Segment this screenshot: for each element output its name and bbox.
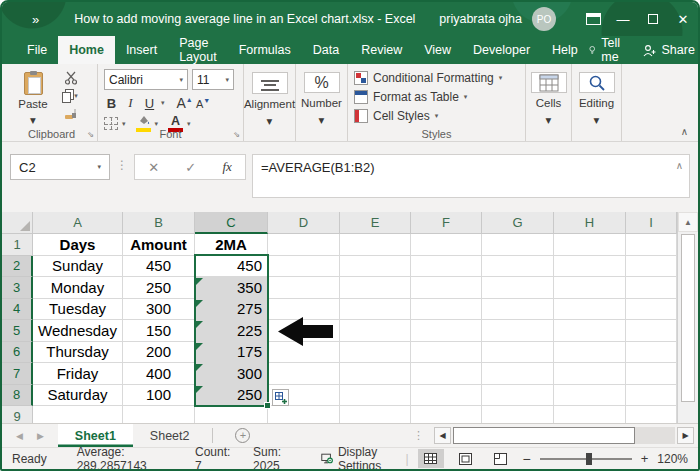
cell-C2[interactable]: 450 [195, 256, 268, 278]
quick-access-toolbar-icon[interactable]: » [32, 12, 40, 27]
cell-F3[interactable] [411, 277, 482, 299]
cell-C1[interactable]: 2MA [195, 234, 268, 256]
cell-H5[interactable] [554, 320, 626, 342]
cell-H8[interactable] [554, 385, 626, 407]
tab-help[interactable]: Help [541, 36, 589, 64]
cell-D1[interactable] [268, 234, 340, 256]
column-header-C[interactable]: C [195, 212, 268, 234]
row-header-4[interactable]: 4 [2, 299, 33, 321]
column-header-D[interactable]: D [268, 212, 340, 234]
cell-E4[interactable] [340, 299, 411, 321]
cell-F7[interactable] [411, 363, 482, 385]
tab-insert[interactable]: Insert [115, 36, 168, 64]
decrease-font-size-button[interactable]: A▼ [196, 97, 211, 110]
cell-C9[interactable] [195, 406, 268, 423]
cell-F5[interactable] [411, 320, 482, 342]
cell-I1[interactable] [626, 234, 677, 256]
cell-E2[interactable] [340, 256, 411, 278]
cell-D7[interactable] [268, 363, 340, 385]
cell-E8[interactable] [340, 385, 411, 407]
cell-H7[interactable] [554, 363, 626, 385]
cell-G5[interactable] [482, 320, 554, 342]
cancel-formula-button[interactable]: ✕ [148, 160, 159, 175]
cell-G8[interactable] [482, 385, 554, 407]
cell-I2[interactable] [626, 256, 677, 278]
user-name[interactable]: priyabrata ojha [439, 12, 522, 26]
cell-A4[interactable]: Tuesday [33, 299, 123, 321]
cell-H1[interactable] [554, 234, 626, 256]
cell-E5[interactable] [340, 320, 411, 342]
cell-A6[interactable]: Thursday [33, 342, 123, 364]
cell-C3[interactable]: 350 [195, 277, 268, 299]
cell-H3[interactable] [554, 277, 626, 299]
cell-A1[interactable]: Days [33, 234, 123, 256]
cell-H9[interactable] [554, 406, 626, 423]
formula-bar-grip[interactable]: ⋮ [116, 158, 128, 212]
cell-F9[interactable] [411, 406, 482, 423]
column-header-A[interactable]: A [33, 212, 123, 234]
insert-function-button[interactable]: fx [222, 159, 231, 175]
zoom-slider[interactable] [540, 458, 632, 460]
cell-F2[interactable] [411, 256, 482, 278]
tab-bar-grip[interactable]: ⋮ [413, 429, 424, 442]
collapse-ribbon-button[interactable]: ∧ [681, 126, 688, 137]
formula-input[interactable]: =AVERAGE(B1:B2) ∧ [252, 154, 690, 198]
cell-I3[interactable] [626, 277, 677, 299]
share-button[interactable]: Share [643, 43, 695, 57]
next-sheet-arrow[interactable]: ▶ [37, 431, 44, 441]
cell-H6[interactable] [554, 342, 626, 364]
cell-C4[interactable]: 275 [195, 299, 268, 321]
cell-A2[interactable]: Sunday [33, 256, 123, 278]
number-group-button[interactable]: % Number ▾ [296, 64, 348, 141]
cell-D2[interactable] [268, 256, 340, 278]
cell-B2[interactable]: 450 [123, 256, 195, 278]
cell-I7[interactable] [626, 363, 677, 385]
clipboard-dialog-launcher[interactable]: ⇘ [87, 130, 94, 139]
cell-B7[interactable]: 400 [123, 363, 195, 385]
row-header-8[interactable]: 8 [2, 385, 33, 407]
enter-formula-button[interactable]: ✓ [185, 160, 196, 175]
collapse-formula-bar-button[interactable]: ∧ [676, 160, 683, 171]
cell-F1[interactable] [411, 234, 482, 256]
cell-H4[interactable] [554, 299, 626, 321]
cell-I4[interactable] [626, 299, 677, 321]
fill-handle[interactable] [264, 402, 271, 409]
conditional-formatting-button[interactable]: Conditional Formatting▾ [354, 71, 519, 85]
row-header-5[interactable]: 5 [2, 320, 33, 342]
cell-B5[interactable]: 150 [123, 320, 195, 342]
horizontal-scroll-thumb[interactable] [453, 427, 635, 444]
cell-E1[interactable] [340, 234, 411, 256]
tab-data[interactable]: Data [302, 36, 350, 64]
cell-A9[interactable] [33, 406, 123, 423]
row-header-9[interactable]: 9 [2, 406, 33, 423]
cell-I6[interactable] [626, 342, 677, 364]
display-settings-button[interactable]: Display Settings [321, 445, 405, 471]
tab-review[interactable]: Review [350, 36, 413, 64]
bold-button[interactable]: B [104, 96, 119, 111]
increase-font-size-button[interactable]: A▲ [177, 95, 192, 111]
tab-home[interactable]: Home [58, 36, 115, 64]
tab-view[interactable]: View [413, 36, 462, 64]
cell-F8[interactable] [411, 385, 482, 407]
cell-B3[interactable]: 250 [123, 277, 195, 299]
vertical-scrollbar[interactable]: ▲ [677, 212, 698, 423]
column-header-B[interactable]: B [123, 212, 195, 234]
cell-A5[interactable]: Wednesday [33, 320, 123, 342]
cut-button[interactable] [64, 71, 78, 85]
cell-B6[interactable]: 200 [123, 342, 195, 364]
cell-C8[interactable]: 250 [195, 385, 268, 407]
cell-B9[interactable] [123, 406, 195, 423]
cell-C5[interactable]: 225 [195, 320, 268, 342]
font-size-combo[interactable]: 11▾ [192, 69, 234, 90]
tab-formulas[interactable]: Formulas [228, 36, 302, 64]
cell-E6[interactable] [340, 342, 411, 364]
row-header-7[interactable]: 7 [2, 363, 33, 385]
row-header-6[interactable]: 6 [2, 342, 33, 364]
tab-developer[interactable]: Developer [462, 36, 541, 64]
select-all-corner[interactable] [2, 212, 33, 234]
copy-button[interactable]: ▾ [64, 89, 78, 103]
name-box-dropdown-arrow[interactable]: ▾ [97, 163, 101, 171]
user-avatar[interactable]: PO [532, 7, 556, 31]
column-header-I[interactable]: I [626, 212, 677, 234]
zoom-in-button[interactable]: + [641, 451, 649, 466]
